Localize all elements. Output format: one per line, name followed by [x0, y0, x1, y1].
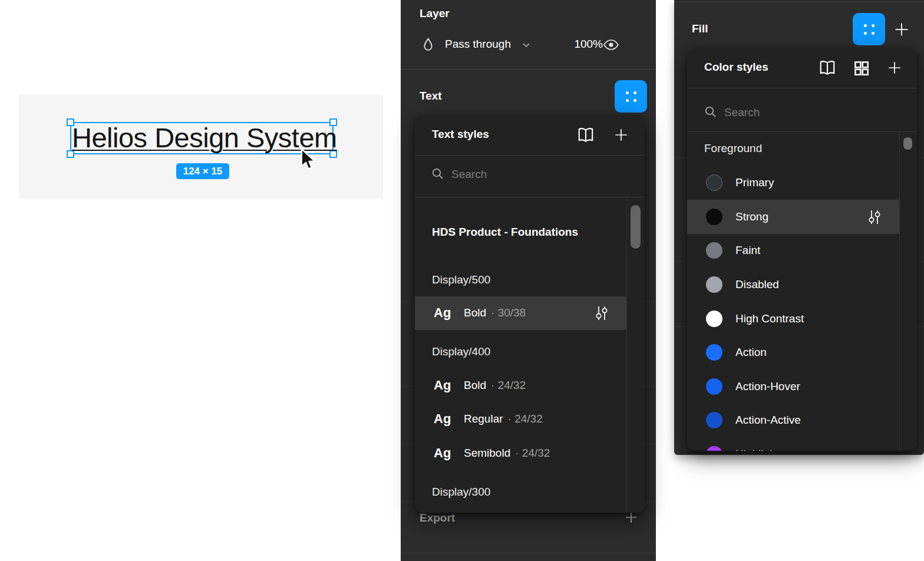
text-style-row[interactable]: Ag Bold· 24/32 — [415, 369, 626, 402]
blend-mode-icon — [423, 38, 434, 52]
color-swatch — [706, 446, 722, 451]
library-book-icon[interactable] — [576, 126, 595, 144]
section-divider — [401, 69, 656, 70]
color-style-row[interactable]: Action — [687, 335, 899, 369]
style-sample: Ag — [434, 446, 451, 461]
style-sample: Ag — [434, 378, 451, 393]
screenshot-root: Helios Design System 124 × 15 Layer Pass… — [0, 0, 924, 561]
style-spec: · 24/32 — [515, 447, 550, 459]
add-fill-plus-icon[interactable] — [893, 21, 910, 38]
text-styles-button[interactable] — [615, 80, 647, 113]
scrollbar-thumb[interactable] — [903, 137, 912, 150]
chevron-down-icon[interactable] — [522, 42, 530, 48]
text-styles-popover-title: Text styles — [432, 128, 489, 141]
color-style-row[interactable]: Faint — [687, 233, 899, 268]
style-name: Bold — [464, 379, 486, 391]
layer-opacity-field[interactable]: 100% — [556, 38, 603, 51]
popover-divider — [687, 88, 917, 88]
text-style-row-selected[interactable]: Ag Bold· 30/38 — [415, 296, 626, 330]
properties-panel-fill: Fill Color styles — [674, 0, 924, 455]
color-swatch — [706, 344, 722, 361]
color-styles-search-input[interactable] — [723, 103, 879, 122]
popover-divider — [687, 131, 917, 132]
style-sample: Ag — [434, 305, 451, 321]
color-style-row-selected[interactable]: Strong — [687, 200, 899, 234]
color-name: High Contrast — [735, 312, 804, 325]
text-section-title: Text — [420, 90, 442, 103]
style-spec: · 24/32 — [491, 379, 526, 391]
section-divider — [674, 2, 924, 2]
style-spec: · 30/38 — [491, 306, 526, 319]
color-swatch — [706, 378, 722, 395]
color-swatch — [706, 174, 722, 191]
selection-box[interactable]: Helios Design System — [70, 122, 334, 154]
color-swatch — [706, 242, 722, 259]
color-name: Strong — [735, 210, 768, 223]
export-section-title: Export — [420, 512, 455, 524]
four-dots-icon — [626, 91, 636, 102]
layer-section-title: Layer — [420, 7, 450, 20]
library-heading: HDS Product - Foundations — [432, 226, 578, 239]
library-book-icon[interactable] — [818, 58, 837, 77]
color-style-row[interactable]: Action-Active — [687, 403, 899, 437]
style-sample: Ag — [434, 411, 451, 427]
color-name: Action-Active — [735, 414, 801, 427]
color-style-row[interactable]: Disabled — [687, 268, 899, 302]
color-swatch — [706, 209, 722, 225]
color-style-row[interactable]: Primary — [687, 166, 899, 200]
text-styles-popover: Text styles HDS Product - Foundations Di… — [415, 116, 645, 513]
color-group-label: Foreground — [704, 142, 762, 155]
style-group-label: Display/400 — [432, 345, 490, 358]
color-style-row[interactable]: Highlight — [687, 437, 899, 451]
color-styles-popover-title: Color styles — [704, 61, 768, 74]
color-name: Action-Hover — [735, 380, 800, 393]
text-style-row[interactable]: Ag Semibold· 24/32 — [415, 437, 626, 470]
style-name: Semibold — [464, 447, 510, 459]
style-name: Bold — [464, 306, 486, 319]
color-swatch — [706, 311, 722, 327]
adjust-sliders-icon[interactable] — [868, 209, 881, 225]
section-divider — [401, 553, 656, 553]
grid-view-icon[interactable] — [853, 60, 869, 76]
text-style-row[interactable]: Ag Regular· 24/32 — [415, 402, 626, 436]
style-group-label: Display/500 — [432, 273, 490, 286]
add-style-plus-icon[interactable] — [886, 60, 903, 76]
color-style-row[interactable]: High Contrast — [687, 302, 899, 336]
visibility-eye-icon[interactable] — [603, 39, 619, 51]
properties-panel-text: Layer Pass through 100% Text — [401, 0, 656, 561]
color-swatch — [706, 412, 722, 428]
search-icon — [431, 167, 444, 180]
color-swatch — [706, 276, 722, 293]
color-name: Action — [735, 346, 767, 359]
scrollbar-track — [626, 197, 627, 513]
add-style-plus-icon[interactable] — [613, 127, 629, 143]
fill-section-title: Fill — [692, 22, 708, 35]
scrollbar-track — [899, 131, 900, 451]
color-name: Primary — [735, 176, 774, 189]
adjust-sliders-icon[interactable] — [595, 305, 608, 321]
popover-divider — [415, 155, 645, 156]
color-name: Disabled — [735, 278, 779, 291]
color-name: Highlight — [735, 448, 779, 451]
style-group-label: Display/300 — [432, 486, 490, 499]
popover-divider — [415, 197, 645, 197]
search-icon — [704, 105, 717, 118]
style-spec: · 24/32 — [508, 412, 543, 425]
color-styles-popover: Color styles — [687, 48, 917, 451]
color-name: Faint — [735, 244, 760, 257]
text-styles-search-input[interactable] — [450, 165, 606, 184]
dimension-badge: 124 × 15 — [176, 163, 229, 179]
mouse-cursor-icon — [296, 147, 318, 172]
canvas-area: Helios Design System 124 × 15 — [19, 94, 383, 199]
color-style-row[interactable]: Action-Hover — [687, 369, 899, 404]
four-dots-icon — [864, 24, 874, 35]
style-name: Regular — [464, 412, 503, 425]
blend-mode-select[interactable]: Pass through — [445, 38, 511, 51]
scrollbar-thumb[interactable] — [631, 205, 641, 249]
color-styles-button[interactable] — [853, 13, 885, 45]
